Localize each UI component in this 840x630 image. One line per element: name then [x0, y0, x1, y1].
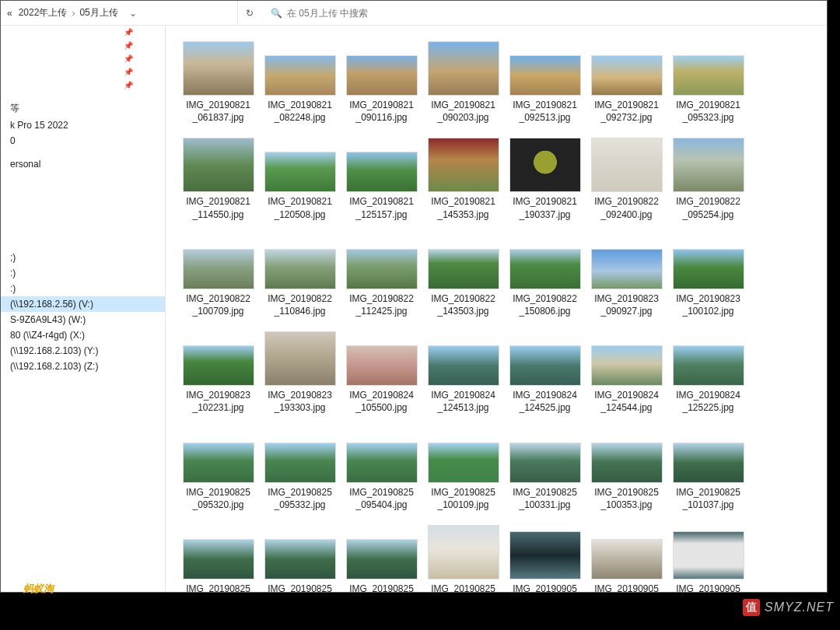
file-item[interactable]: IMG_20190825_101207.jpg: [263, 525, 337, 592]
file-thumbnail: [428, 443, 499, 483]
file-name: IMG_20190822_095254.jpg: [676, 195, 740, 220]
file-name: IMG_20190822_092400.jpg: [594, 195, 659, 220]
file-item[interactable]: IMG_20190821_125157.jpg: [345, 138, 418, 220]
file-item[interactable]: IMG_20190825_100353.jpg: [590, 429, 663, 511]
sidebar-pinned-item[interactable]: 📌: [1, 26, 165, 39]
file-thumbnail: [264, 55, 336, 96]
file-name: IMG_20190822_150806.jpg: [513, 292, 577, 317]
sidebar-drive-item[interactable]: (\\192.168.2.103) (Y:): [1, 343, 165, 359]
file-thumbnail: [183, 345, 254, 386]
sidebar-item[interactable]: :): [1, 265, 165, 281]
file-thumbnail: [673, 531, 744, 579]
file-item[interactable]: IMG_20190821_120508.jpg: [263, 138, 337, 220]
file-name: IMG_20190822_110846.jpg: [268, 292, 332, 317]
file-item[interactable]: IMG_20190821_090116.jpg: [345, 41, 418, 124]
toolbar: « 2022年上传 › 05月上传 ⌄ ↻ 🔍: [1, 1, 827, 26]
pin-icon: 📌: [124, 41, 133, 50]
pin-icon: 📌: [124, 68, 133, 76]
file-thumbnail: [346, 443, 418, 483]
file-item[interactable]: IMG_20190823_090927.jpg: [590, 235, 663, 317]
sidebar[interactable]: 📌📌📌📌📌 等k Pro 15 20220 ersonal ;):):) (\\…: [1, 26, 166, 592]
file-item[interactable]: IMG_20190822_110846.jpg: [263, 235, 337, 317]
sidebar-drive-item[interactable]: (\\192.168.2.56) (V:): [1, 296, 165, 312]
file-thumbnail: [183, 443, 254, 483]
sidebar-item[interactable]: k Pro 15 2022: [1, 117, 165, 133]
file-item[interactable]: IMG_20190825_095332.jpg: [263, 429, 337, 511]
sidebar-item[interactable]: :): [1, 281, 165, 296]
file-name: IMG_20190821_061837.jpg: [186, 99, 250, 124]
body: 📌📌📌📌📌 等k Pro 15 20220 ersonal ;):):) (\\…: [1, 26, 827, 592]
file-thumbnail: [509, 138, 581, 192]
file-grid[interactable]: IMG_20190821_061837.jpgIMG_20190821_0822…: [166, 26, 827, 592]
file-item[interactable]: IMG_20190825_113425.jpg: [426, 525, 500, 592]
chevron-down-icon[interactable]: ⌄: [121, 8, 145, 19]
file-item[interactable]: IMG_20190824_105500.jpg: [345, 331, 418, 414]
file-item[interactable]: IMG_20190821_082248.jpg: [263, 41, 337, 124]
breadcrumb-parent[interactable]: 2022年上传: [16, 6, 71, 19]
file-thumbnail: [183, 249, 254, 289]
file-thumbnail: [346, 345, 418, 386]
file-item[interactable]: IMG_20190825_095320.jpg: [181, 429, 255, 511]
file-item[interactable]: IMG_20190823_100102.jpg: [671, 235, 745, 317]
file-item[interactable]: IMG_20190824_124544.jpg: [590, 331, 663, 414]
breadcrumb-current[interactable]: 05月上传: [76, 6, 121, 19]
file-item[interactable]: IMG_20190825_101037.jpg: [671, 429, 745, 511]
file-thumbnail: [183, 41, 254, 96]
file-name: IMG_20190821_092513.jpg: [513, 99, 577, 124]
sidebar-drive-item[interactable]: S-9Z6A9L43) (W:): [1, 312, 165, 327]
sidebar-item[interactable]: 等: [1, 100, 165, 117]
file-item[interactable]: IMG_20190905_194324.jpg: [590, 525, 663, 592]
file-name: IMG_20190905_195442.jpg: [676, 583, 740, 592]
file-thumbnail: [346, 55, 418, 96]
file-item[interactable]: IMG_20190823_102231.jpg: [181, 331, 255, 414]
sidebar-pinned-item[interactable]: 📌: [1, 65, 165, 79]
file-item[interactable]: IMG_20190822_100709.jpg: [181, 235, 255, 317]
file-item[interactable]: IMG_20190821_092732.jpg: [590, 41, 663, 124]
file-name: IMG_20190821_190337.jpg: [513, 195, 577, 220]
file-item[interactable]: IMG_20190824_124513.jpg: [426, 331, 500, 414]
file-item[interactable]: IMG_20190821_190337.jpg: [508, 138, 582, 220]
file-thumbnail: [591, 539, 663, 579]
file-item[interactable]: IMG_20190825_100331.jpg: [508, 429, 582, 511]
search-icon: 🔍: [271, 8, 282, 19]
sidebar-pinned-item[interactable]: 📌: [1, 39, 165, 52]
sidebar-drive-item[interactable]: 80 (\\Z4-r4gd) (X:): [1, 327, 165, 343]
file-item[interactable]: IMG_20190822_143503.jpg: [426, 235, 500, 317]
sidebar-pinned-item[interactable]: 📌: [1, 79, 165, 92]
file-item[interactable]: IMG_20190823_193303.jpg: [263, 331, 337, 414]
file-item[interactable]: IMG_20190822_092400.jpg: [590, 138, 663, 220]
file-item[interactable]: IMG_20190821_061837.jpg: [181, 41, 255, 124]
explorer-window: « 2022年上传 › 05月上传 ⌄ ↻ 🔍 📌📌📌📌📌 等k Pro 15 …: [0, 0, 828, 593]
file-item[interactable]: IMG_20190825_095404.jpg: [345, 429, 418, 511]
file-item[interactable]: IMG_20190821_145353.jpg: [426, 138, 500, 220]
search-input[interactable]: [287, 8, 824, 19]
file-name: IMG_20190905_194301.jpg: [513, 583, 577, 592]
file-item[interactable]: IMG_20190821_090203.jpg: [426, 41, 500, 124]
file-name: IMG_20190822_112425.jpg: [349, 292, 414, 317]
refresh-button[interactable]: ↻: [237, 1, 261, 25]
sidebar-item[interactable]: ersonal: [1, 156, 165, 172]
file-item[interactable]: IMG_20190822_095254.jpg: [671, 138, 745, 220]
sidebar-item[interactable]: ;): [1, 250, 165, 265]
file-thumbnail: [591, 55, 663, 96]
sidebar-drive-item[interactable]: (\\192.168.2.103) (Z:): [1, 359, 165, 374]
file-item[interactable]: IMG_20190825_100109.jpg: [426, 429, 500, 511]
file-item[interactable]: IMG_20190824_125225.jpg: [671, 331, 745, 414]
file-item[interactable]: IMG_20190822_150806.jpg: [508, 235, 582, 317]
file-thumbnail: [673, 443, 744, 483]
file-item[interactable]: IMG_20190905_195442.jpg: [671, 525, 745, 592]
sidebar-item[interactable]: 0: [1, 133, 165, 149]
file-item[interactable]: IMG_20190822_112425.jpg: [345, 235, 418, 317]
file-item[interactable]: IMG_20190905_194301.jpg: [508, 525, 582, 592]
file-item[interactable]: IMG_20190825_101221.jpg: [345, 525, 418, 592]
file-item[interactable]: IMG_20190821_095323.jpg: [671, 41, 745, 124]
breadcrumb[interactable]: « 2022年上传 › 05月上传 ⌄: [4, 1, 237, 25]
file-item[interactable]: IMG_20190821_114550.jpg: [181, 138, 255, 220]
search-box[interactable]: 🔍: [271, 4, 824, 23]
sidebar-pinned-item[interactable]: 📌: [1, 52, 165, 65]
file-item[interactable]: IMG_20190825_101044.jpg: [181, 525, 255, 592]
file-item[interactable]: IMG_20190824_124525.jpg: [508, 331, 582, 414]
file-item[interactable]: IMG_20190821_092513.jpg: [508, 41, 582, 124]
file-name: IMG_20190825_100331.jpg: [513, 486, 577, 511]
file-name: IMG_20190823_100102.jpg: [676, 292, 740, 317]
